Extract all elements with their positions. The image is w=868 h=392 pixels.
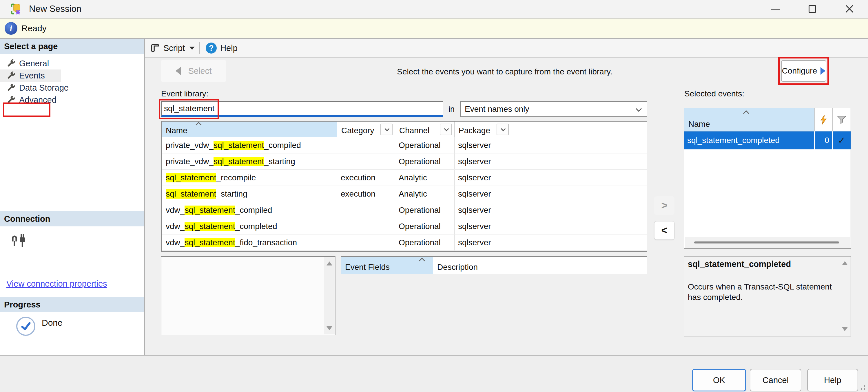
event-name-cell: vdw_sql_statement_fido_transaction bbox=[162, 234, 337, 251]
progress-status: Done bbox=[16, 317, 63, 336]
package-cell: sqlserver bbox=[455, 218, 512, 234]
package-filter-dropdown[interactable] bbox=[497, 124, 509, 135]
scroll-up-icon[interactable] bbox=[327, 261, 332, 265]
selected-events-label: Selected events: bbox=[684, 89, 744, 98]
sidebar-item-events[interactable]: Events bbox=[0, 69, 61, 81]
search-match-highlight: sql_statement bbox=[185, 205, 235, 215]
selected-event-row[interactable]: sql_statement_completed 0 ✓ bbox=[684, 131, 850, 150]
connection-header: Connection bbox=[0, 211, 144, 226]
toolbar-separator bbox=[199, 42, 200, 54]
event-description-panel: sql_statement_completed Occurs when a Tr… bbox=[684, 256, 851, 336]
table-row[interactable]: vdw_sql_statement_compiled Operational s… bbox=[162, 202, 647, 218]
table-row[interactable]: sql_statement_starting execution Analyti… bbox=[162, 186, 647, 202]
help-button[interactable]: Help bbox=[807, 369, 858, 391]
configure-button[interactable]: Configure bbox=[781, 60, 826, 81]
scroll-down-icon[interactable] bbox=[327, 326, 332, 330]
wrench-icon bbox=[6, 83, 16, 92]
select-back-button[interactable]: Select bbox=[161, 60, 226, 81]
sidebar-item-data-storage[interactable]: Data Storage bbox=[0, 81, 144, 94]
in-label: in bbox=[448, 105, 455, 114]
new-session-dialog: New Session i Ready Select a page Genera… bbox=[0, 0, 868, 392]
table-row[interactable]: vdw_sql_statement_fido_transaction Opera… bbox=[162, 234, 647, 251]
ok-button[interactable]: OK bbox=[692, 369, 746, 391]
done-check-icon bbox=[16, 317, 35, 336]
info-icon: i bbox=[5, 22, 18, 35]
select-a-page-header: Select a page bbox=[0, 39, 144, 54]
search-match-highlight: sql_statement bbox=[185, 222, 235, 231]
footer: OK Cancel Help bbox=[0, 355, 868, 392]
script-button[interactable]: Script bbox=[150, 43, 195, 53]
column-header-name[interactable]: Name bbox=[162, 122, 337, 137]
library-table-header: Name Category Channel Package bbox=[162, 122, 647, 137]
channel-cell: Analytic bbox=[395, 186, 455, 202]
table-row[interactable]: private_vdw_sql_statement_starting Opera… bbox=[162, 154, 647, 170]
help-label: Help bbox=[220, 43, 238, 53]
sidebar-item-general[interactable]: General bbox=[0, 57, 144, 69]
maximize-icon bbox=[809, 5, 816, 13]
selected-column-header-name[interactable]: Name bbox=[684, 108, 815, 131]
resize-grip[interactable] bbox=[858, 382, 865, 390]
table-row[interactable]: sql_statement_recompile execution Analyt… bbox=[162, 170, 647, 186]
remove-event-button[interactable]: < bbox=[654, 221, 675, 240]
channel-cell: Operational bbox=[395, 234, 455, 251]
scrollbar-thumb[interactable] bbox=[694, 241, 839, 243]
event-name-cell: vdw_sql_statement_completed bbox=[162, 218, 337, 234]
table-row[interactable]: private_vdw_sql_statement_compiled Opera… bbox=[162, 137, 647, 154]
wrench-icon bbox=[6, 59, 16, 68]
progress-status-label: Done bbox=[42, 318, 63, 328]
column-header-category[interactable]: Category bbox=[337, 122, 395, 137]
event-count-column-header[interactable] bbox=[815, 108, 833, 131]
close-button[interactable] bbox=[831, 0, 868, 18]
column-header-channel[interactable]: Channel bbox=[395, 122, 455, 137]
package-cell: sqlserver bbox=[455, 137, 512, 153]
channel-filter-dropdown[interactable] bbox=[440, 124, 452, 135]
back-arrow-icon bbox=[176, 67, 181, 75]
progress-header: Progress bbox=[0, 297, 144, 312]
event-name-cell: sql_statement_recompile bbox=[162, 170, 337, 186]
add-event-button[interactable]: > bbox=[654, 196, 675, 215]
script-icon bbox=[150, 43, 160, 53]
configure-button-label: Configure bbox=[782, 66, 817, 75]
minimize-button[interactable] bbox=[757, 0, 794, 18]
event-library-label: Event library: bbox=[161, 89, 208, 98]
help-toolbar-button[interactable]: ? Help bbox=[206, 42, 238, 54]
scroll-down-icon[interactable] bbox=[842, 327, 848, 331]
script-dropdown-caret[interactable] bbox=[189, 46, 195, 50]
search-match-highlight: sql_statement bbox=[214, 157, 264, 166]
search-match-highlight: sql_statement bbox=[166, 189, 216, 199]
column-header-description[interactable]: Description bbox=[433, 257, 524, 274]
minimize-icon bbox=[771, 9, 780, 9]
search-scope-dropdown[interactable]: Event names only bbox=[460, 101, 647, 117]
category-cell: execution bbox=[337, 186, 395, 202]
package-cell: sqlserver bbox=[455, 202, 512, 218]
cancel-button[interactable]: Cancel bbox=[750, 369, 801, 391]
window-controls bbox=[757, 0, 868, 18]
sidebar-item-label: Data Storage bbox=[19, 83, 69, 93]
table-row[interactable]: vdw_sql_statement_completed Operational … bbox=[162, 218, 647, 234]
category-cell bbox=[337, 202, 395, 218]
horizontal-scrollbar[interactable] bbox=[685, 237, 850, 248]
search-match-highlight: sql_statement bbox=[166, 173, 216, 183]
channel-cell: Operational bbox=[395, 137, 455, 153]
filter-column-header[interactable] bbox=[833, 108, 850, 131]
package-cell: sqlserver bbox=[455, 170, 512, 186]
sidebar: Select a page General Events Data Storag… bbox=[0, 39, 145, 355]
wrench-icon bbox=[6, 71, 16, 80]
scroll-up-icon[interactable] bbox=[842, 261, 848, 265]
column-header-event-fields[interactable]: Event Fields bbox=[341, 257, 433, 274]
sort-ascending-icon bbox=[195, 122, 202, 128]
vertical-scrollbar[interactable] bbox=[324, 257, 335, 334]
channel-cell: Operational bbox=[395, 154, 455, 169]
event-details-panel bbox=[161, 256, 336, 335]
description-column-label: Description bbox=[437, 263, 478, 272]
column-header-package[interactable]: Package bbox=[455, 122, 512, 137]
maximize-button[interactable] bbox=[794, 0, 831, 18]
close-icon bbox=[845, 5, 854, 13]
view-connection-properties-link[interactable]: View connection properties bbox=[6, 279, 107, 289]
sort-ascending-icon bbox=[419, 258, 425, 264]
script-label: Script bbox=[163, 43, 185, 53]
window-title: New Session bbox=[29, 4, 82, 14]
vertical-scrollbar[interactable] bbox=[840, 257, 850, 335]
category-filter-dropdown[interactable] bbox=[380, 124, 393, 135]
selected-events-table: Name sql_statement_completed 0 ✓ bbox=[684, 108, 851, 249]
